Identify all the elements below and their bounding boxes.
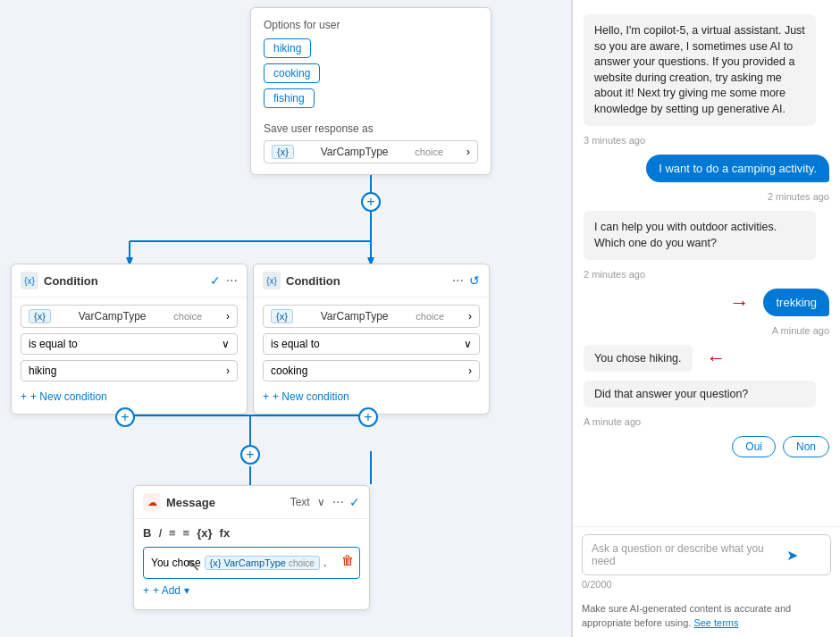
var-type: choice — [415, 147, 443, 157]
bot-message-hiking: You chose hiking. — [584, 345, 693, 372]
plus-button-1[interactable]: + — [361, 192, 381, 212]
timestamp-2: 2 minutes ago — [768, 191, 829, 202]
msg-period: . — [323, 557, 326, 569]
did-answer-question: Did that answer your question? — [584, 381, 816, 407]
message-content[interactable]: You chose {x} VarCampType choice . 🗑 — [143, 547, 360, 579]
condition-card-2: {x} Condition ··· ↺ {x} VarCampType choi… — [253, 264, 490, 415]
flow-canvas: Options for user hiking cooking fishing … — [0, 0, 572, 637]
option-fishing[interactable]: fishing — [264, 88, 478, 113]
value-row-1[interactable]: hiking › — [21, 360, 238, 381]
bold-button[interactable]: B — [143, 526, 151, 540]
list2-button[interactable]: ≡ — [183, 526, 190, 540]
var-tag: {x} — [272, 145, 294, 159]
chevron-msg-type[interactable]: ∨ — [317, 496, 325, 508]
timestamp-3: 2 minutes ago — [584, 269, 645, 280]
chat-input-box: Ask a question or describe what you need… — [582, 534, 831, 575]
options-card: Options for user hiking cooking fishing … — [250, 7, 491, 175]
chat-panel: Hello, I'm copilot-5, a virtual assistan… — [572, 0, 840, 637]
condition-dots-1[interactable]: ··· — [226, 272, 238, 289]
plus-icon-add: + — [143, 584, 149, 597]
send-button[interactable]: ➤ — [786, 547, 798, 564]
oui-button[interactable]: Oui — [732, 436, 776, 457]
answer-buttons: Oui Non — [732, 436, 829, 457]
plus-button-merge[interactable]: + — [240, 445, 260, 465]
message-body: B I ≡ ≡ {x} fx You chose {x} VarCampType… — [134, 519, 369, 609]
msg-var-name: VarCampType — [223, 557, 286, 568]
operator-label-2: is equal to — [271, 338, 320, 350]
message-title: Message — [166, 496, 285, 509]
new-condition-2[interactable]: + + New condition — [263, 387, 480, 407]
condition-header-2: {x} Condition ··· ↺ — [254, 264, 489, 298]
chat-disclaimer: Make sure AI-generated content is accura… — [573, 597, 840, 637]
chat-counter: 0/2000 — [582, 579, 831, 590]
fx-button[interactable]: fx — [220, 526, 231, 540]
plus-icon-nc2: + — [263, 390, 269, 403]
chat-messages: Hello, I'm copilot-5, a virtual assistan… — [573, 0, 840, 526]
chevron-add: ▾ — [184, 584, 189, 597]
bot-message-1: I can help you with outdoor activities. … — [584, 211, 816, 260]
var-tag-c2: {x} — [271, 309, 293, 323]
non-button[interactable]: Non — [783, 436, 829, 457]
msg-text: You chose — [151, 557, 201, 569]
message-icon: ☁ — [143, 493, 161, 511]
operator-dropdown-2[interactable]: is equal to ∨ — [263, 333, 480, 355]
var-type-c1: choice — [173, 311, 202, 322]
plus-button-cond1[interactable]: + — [115, 407, 135, 427]
input-placeholder-text: Ask a question or describe what you need — [592, 542, 786, 567]
disclaimer-text: Make sure AI-generated content is accura… — [582, 603, 791, 627]
chevron-val-1: › — [226, 365, 230, 377]
var-tag-c1: {x} — [29, 309, 51, 323]
condition-history-2[interactable]: ↺ — [469, 273, 480, 288]
operator-label-1: is equal to — [29, 338, 78, 350]
var-row-1[interactable]: {x} VarCampType choice › — [21, 305, 238, 328]
var-type-c2: choice — [416, 311, 444, 322]
timestamp-5: A minute ago — [584, 416, 641, 427]
var-row[interactable]: {x} VarCampType choice › — [264, 140, 478, 163]
value-label-1: hiking — [29, 365, 56, 377]
var-name: VarCampType — [321, 146, 389, 158]
message-header: ☁ Message Text ∨ ··· ✓ — [134, 486, 369, 519]
add-button[interactable]: + + Add ▾ — [143, 579, 360, 602]
condition-title-1: Condition — [44, 274, 205, 288]
see-terms-link[interactable]: See terms — [693, 617, 738, 628]
msg-var-tag: {x} — [210, 557, 222, 568]
arrow-left-icon: → — [729, 291, 749, 314]
value-label-2: cooking — [271, 365, 307, 377]
save-response-label: Save user response as — [264, 122, 478, 135]
msg-var-pill: {x} VarCampType choice — [205, 556, 320, 570]
var-row-2[interactable]: {x} VarCampType choice › — [263, 305, 480, 328]
chevron-val-2: › — [468, 365, 472, 377]
chevron-down-c1: ∨ — [222, 338, 230, 350]
condition-icon-1: {x} — [21, 272, 38, 289]
bot-intro-message: Hello, I'm copilot-5, a virtual assistan… — [584, 14, 816, 126]
new-condition-1[interactable]: + + New condition — [21, 387, 238, 407]
var-button[interactable]: {x} — [197, 526, 212, 540]
options-title: Options for user — [264, 19, 478, 31]
plus-button-cond2[interactable]: + — [358, 407, 378, 427]
condition-body-1: {x} VarCampType choice › is equal to ∨ h… — [12, 298, 247, 414]
list1-button[interactable]: ≡ — [169, 526, 176, 540]
arrow-right-icon: ← — [707, 347, 727, 370]
user-message-trekking: trekking — [763, 289, 829, 316]
condition-body-2: {x} VarCampType choice › is equal to ∨ c… — [254, 298, 489, 414]
condition-header-1: {x} Condition ✓ ··· — [12, 264, 247, 298]
message-dots[interactable]: ··· — [332, 494, 344, 510]
italic-button[interactable]: I — [158, 526, 162, 540]
condition-card-1: {x} Condition ✓ ··· {x} VarCampType choi… — [11, 264, 248, 415]
message-card: ☁ Message Text ∨ ··· ✓ B I ≡ ≡ {x} fx Yo… — [133, 485, 370, 610]
message-toolbar: B I ≡ ≡ {x} fx — [143, 526, 360, 540]
delete-icon[interactable]: 🗑 — [341, 553, 354, 567]
var-name-c2: VarCampType — [321, 310, 389, 323]
option-cooking[interactable]: cooking — [264, 63, 478, 88]
timestamp-1: 3 minutes ago — [584, 135, 645, 146]
user-message-1: I want to do a camping activity. — [646, 155, 829, 182]
condition-icon-2: {x} — [263, 272, 281, 289]
condition-title-2: Condition — [286, 274, 447, 288]
msg-var-type: choice — [289, 558, 315, 568]
var-name-c1: VarCampType — [79, 310, 147, 323]
condition-check-1: ✓ — [210, 273, 221, 288]
operator-dropdown-1[interactable]: is equal to ∨ — [21, 333, 238, 355]
condition-dots-2[interactable]: ··· — [452, 272, 464, 289]
option-hiking[interactable]: hiking — [264, 38, 478, 63]
value-row-2[interactable]: cooking › — [263, 360, 480, 381]
